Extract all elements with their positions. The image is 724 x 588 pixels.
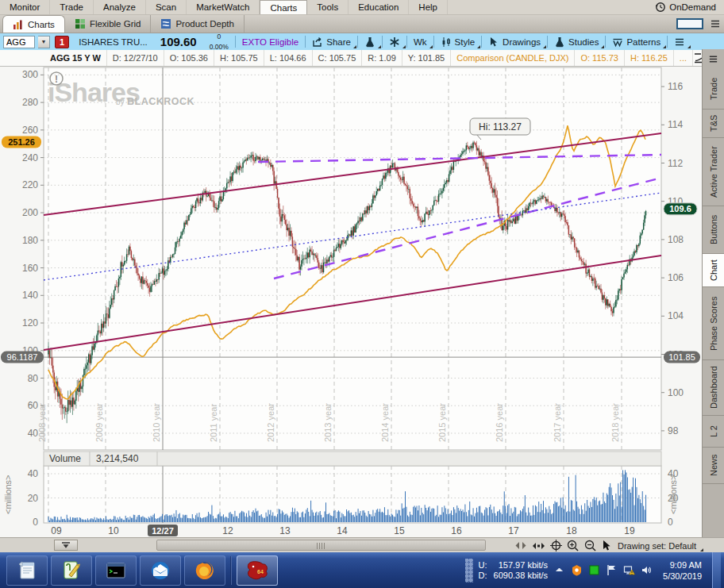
tab-charts[interactable]: Charts [2,15,65,33]
svg-text:Volume: Volume [49,453,81,464]
ohlc-header: AGG 15 Y WD: 12/27/10O: 105.36H: 105.75L… [0,50,702,67]
tab-flexible-grid[interactable]: Flexible Grid [65,15,152,33]
sidebar-tab-news[interactable]: News [703,448,724,484]
chart-menu-button[interactable] [668,33,691,50]
ohlc-cell: D: 12/27/10 [107,50,164,66]
svg-text:2014 year: 2014 year [380,403,390,442]
zoom-out-icon[interactable] [584,540,597,552]
svg-text:160: 160 [22,263,38,274]
show-desktop-button[interactable] [712,552,721,588]
svg-text:2011 year: 2011 year [209,404,218,442]
taskbar-separator [230,556,232,585]
network-speed-readout: U:157.97 kbit/s D:6090.38 kbit/s [479,560,549,581]
svg-text:100: 100 [668,387,684,398]
level-left-badge: 96.1187 [1,352,44,363]
timeframe-button[interactable]: Wk [407,33,433,50]
share-button[interactable]: Share [306,33,357,50]
taskbar-firefox-button[interactable] [184,555,225,586]
ohlc-cell: O: 105.36 [164,50,214,66]
sidebar-tab-active-trader[interactable]: Active Trader [703,138,724,206]
share-icon [312,37,323,48]
flask-button[interactable] [358,33,382,50]
comparison-ohlc-cell: O: 115.73 [575,50,625,66]
sidebar-menu-icon[interactable] [708,54,718,64]
layout-rectangle-button[interactable] [676,18,703,29]
volume-unit-label: <millions> [668,475,678,514]
hscroll-thumb[interactable] [156,540,486,551]
speaker-tray-icon[interactable] [641,564,653,576]
zoom-in-icon[interactable] [567,540,580,552]
menu-item-trade[interactable]: Trade [50,0,94,14]
menu-item-marketwatch[interactable]: MarketWatch [187,0,260,14]
green-status-tray-icon[interactable] [588,564,600,576]
svg-text:64: 64 [257,569,264,575]
pointer-icon[interactable] [602,540,612,551]
volume-unit-label: <millions> [3,475,13,514]
taskbar-terminal-button[interactable] [95,555,137,586]
ondemand-button[interactable]: OnDemand [647,0,724,14]
menu-item-monitor[interactable]: Monitor [0,0,50,14]
sidebar-tab-l-2[interactable]: L 2 [703,416,724,448]
settings-button[interactable] [383,33,406,50]
chart-symbol-timeframe: AGG 15 Y W [44,50,107,66]
taskbar-red64-button[interactable]: 64 [237,555,278,586]
symbol-input[interactable] [3,36,35,48]
svg-text:2008 year: 2008 year [37,403,47,442]
ondemand-clock-icon [655,2,666,13]
avast-tray-icon[interactable] [571,564,583,576]
svg-text:220: 220 [22,179,38,190]
sidebar-tab-dashboard[interactable]: Dashboard [703,360,724,416]
sidebar-tab-trade[interactable]: Trade [703,68,724,110]
studies-button[interactable]: Studies [548,33,605,50]
pan-icon[interactable] [532,541,545,551]
menu-item-help[interactable]: Help [409,0,448,14]
svg-text:0: 0 [33,517,38,528]
volume-header: Volume3,214,540 [44,452,661,466]
symbol-dropdown-icon[interactable]: ▼ [38,36,50,48]
taskbar-clock[interactable]: 9:09 AM 5/30/2019 [658,559,707,582]
comparison-ohlc-cell: H: 116.25 [625,50,674,66]
comparison-label: Comparison (CANDLE, DJX) [451,50,575,66]
sidebar-tab-phase-scores[interactable]: Phase Scores [703,287,724,360]
symbol-combo[interactable]: ▼ [2,33,52,50]
svg-text:15: 15 [394,525,405,536]
collapse-pane-button[interactable] [54,540,78,551]
menu-item-charts[interactable]: Charts [260,0,307,14]
scroll-arrows-icon[interactable] [514,541,527,550]
patterns-button[interactable]: Patterns [606,33,667,50]
taskbar-thunderbird-button[interactable] [140,555,181,586]
candle-style-icon [441,37,452,48]
taskbar-notepad-plus-plus-button[interactable] [51,555,92,586]
svg-text:2012 year: 2012 year [266,403,275,442]
drawing-set-selector[interactable]: Drawing set: Default [618,538,704,553]
red-64-app-icon: 64 [245,559,269,582]
svg-text:98: 98 [668,425,679,436]
tray-expand-icon[interactable] [553,564,565,576]
last-price-badge: 109.6 [664,203,697,215]
crosshair-icon[interactable] [550,540,562,551]
network-warning-tray-icon[interactable] [623,564,635,576]
sidebar-tab-chart[interactable]: Chart [703,254,724,287]
menu-item-tools[interactable]: Tools [307,0,349,14]
menu-item-education[interactable]: Education [349,0,409,14]
menu-item-analyze[interactable]: Analyze [94,0,146,14]
svg-text:101.85: 101.85 [668,352,695,362]
taskbar-notepad-button[interactable] [6,555,48,586]
svg-text:116: 116 [668,81,683,92]
ohlc-cell: L: 104.66 [264,50,313,66]
tabbar-menu-icon[interactable] [710,18,721,29]
comparison-more-button[interactable]: ... [674,50,693,66]
menu-item-scan[interactable]: Scan [146,0,187,14]
chart-area[interactable]: 3002802602402202001801601401201008060401… [0,67,702,537]
chart-statusbar: Drawing set: Default [0,537,724,552]
flag-tray-icon[interactable] [606,564,618,576]
cursor-icon [488,37,499,48]
tab-product-depth[interactable]: Product Depth [151,15,245,33]
sidebar-tab-buttons[interactable]: Buttons [703,206,724,254]
style-button[interactable]: Style [434,33,482,50]
grid-icon [75,18,86,29]
alert-count-badge[interactable]: 1 [55,36,69,48]
drawings-button[interactable]: Drawings [482,33,547,50]
sidebar-tab-t-s[interactable]: T&S [703,110,724,138]
svg-text:260: 260 [22,125,38,136]
